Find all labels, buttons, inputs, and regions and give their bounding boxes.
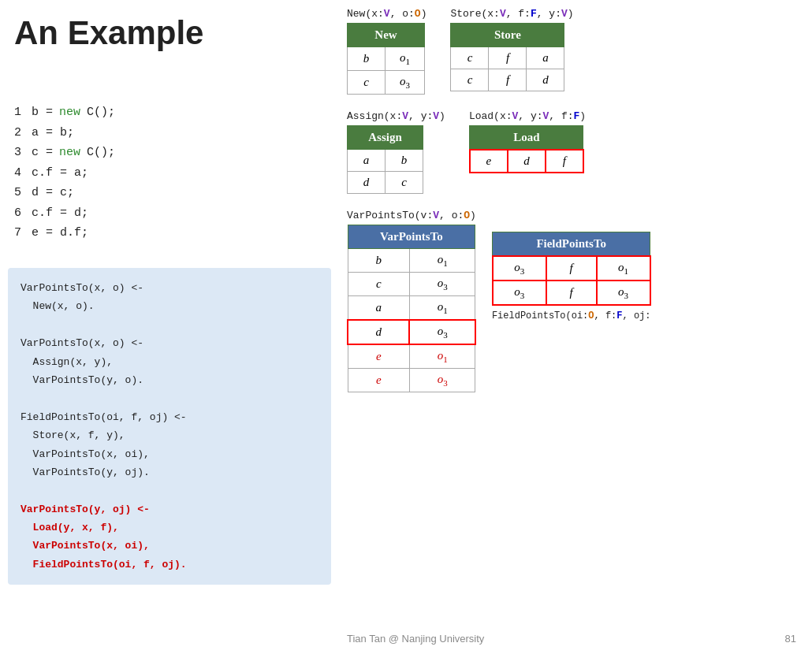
table-row: c o3 bbox=[348, 71, 425, 95]
load-table-header: Load bbox=[470, 126, 583, 150]
assign-row1-col1: a bbox=[348, 150, 386, 172]
table-row-highlighted: o3 f o3 bbox=[493, 281, 650, 305]
table-row: b o1 bbox=[348, 47, 425, 71]
store-row2-col3: d bbox=[527, 69, 564, 91]
vp-row4-col2: o3 bbox=[409, 320, 475, 344]
load-row1-col3: f bbox=[546, 150, 583, 173]
assign-table-caption: Assign(x:V, y:V) bbox=[347, 110, 445, 122]
assign-table-wrapper: Assign(x:V, y:V) Assign a b d c bbox=[347, 110, 445, 194]
assign-row2-col2: c bbox=[386, 172, 423, 194]
vp-row2-col2: o3 bbox=[409, 273, 475, 296]
new-table: New b o1 c o3 bbox=[347, 23, 425, 95]
table-row: a o1 bbox=[348, 296, 475, 321]
store-row1-col1: c bbox=[451, 47, 489, 69]
load-row1-col1: e bbox=[470, 150, 508, 173]
assign-table: Assign a b d c bbox=[347, 125, 423, 194]
fp-row2-col1: o3 bbox=[493, 281, 546, 305]
new-table-caption: New(x:V, o:O) bbox=[347, 8, 426, 20]
load-table-caption: Load(x:V, y:V, f:F) bbox=[469, 110, 586, 122]
vp-row1-col1: b bbox=[348, 249, 409, 273]
new-row2-col1: c bbox=[348, 71, 386, 95]
table-row: c o3 bbox=[348, 273, 475, 296]
table-row-highlighted: e d f bbox=[470, 150, 583, 173]
table-row: c f d bbox=[451, 69, 564, 91]
vp-row6-col2: o3 bbox=[409, 369, 475, 392]
code-block: 1b = new C(); 2a = b; 3c = new C(); 4c.f… bbox=[14, 102, 322, 243]
new-table-wrapper: New(x:V, o:O) New b o1 c o3 bbox=[347, 8, 426, 95]
vp-row2-col1: c bbox=[348, 273, 409, 296]
varpoints-section: VarPointsTo(v:V, o:O) VarPointsTo b o1 c… bbox=[347, 210, 476, 392]
load-table: Load e d f bbox=[469, 125, 584, 173]
new-row2-col2: o3 bbox=[386, 71, 425, 95]
vp-row1-col2: o1 bbox=[409, 249, 475, 273]
table-row-red: e o3 bbox=[348, 369, 475, 392]
footer: Tian Tan @ Nanjing University 81 bbox=[347, 633, 796, 645]
new-row1-col1: b bbox=[348, 47, 386, 71]
store-row1-col3: a bbox=[527, 47, 564, 69]
table-row-highlighted: o3 f o1 bbox=[493, 256, 650, 281]
store-table: Store c f a c f d bbox=[450, 23, 564, 91]
store-table-wrapper: Store(x:V, f:F, y:V) Store c f a c f d bbox=[450, 8, 573, 95]
footer-credit: Tian Tan @ Nanjing University bbox=[347, 633, 484, 645]
assign-table-header: Assign bbox=[348, 126, 423, 150]
load-row1-col2: d bbox=[508, 150, 546, 173]
varpoints-table-caption: VarPointsTo(v:V, o:O) bbox=[347, 210, 476, 221]
table-row-highlighted: d o3 bbox=[348, 320, 475, 344]
fp-row1-col2: f bbox=[546, 256, 597, 281]
table-row-red: e o1 bbox=[348, 344, 475, 369]
store-table-header: Store bbox=[451, 24, 564, 47]
fieldpoints-section: FieldPointsTo o3 f o1 o3 f o3 Field bbox=[492, 210, 651, 392]
fp-row2-col3: o3 bbox=[597, 281, 650, 305]
vp-row5-col2: o1 bbox=[409, 344, 475, 369]
vp-row4-col1: d bbox=[348, 320, 409, 344]
footer-page: 81 bbox=[785, 633, 796, 645]
new-table-header: New bbox=[348, 24, 425, 47]
fp-row2-col2: f bbox=[546, 281, 597, 305]
vp-row3-col1: a bbox=[348, 296, 409, 321]
store-row2-col2: f bbox=[489, 69, 527, 91]
fp-row1-col3: o1 bbox=[597, 256, 650, 281]
vp-row6-col1: e bbox=[348, 369, 409, 392]
new-row1-col2: o1 bbox=[386, 47, 425, 71]
assign-row1-col2: b bbox=[386, 150, 423, 172]
table-row: b o1 bbox=[348, 249, 475, 273]
store-table-caption: Store(x:V, f:F, y:V) bbox=[450, 8, 573, 20]
table-row: a b bbox=[348, 150, 423, 172]
fieldpoints-below-caption: FieldPointsTo(oi:O, f:F, oj: bbox=[492, 310, 651, 321]
store-row2-col1: c bbox=[451, 69, 489, 91]
vp-row5-col1: e bbox=[348, 344, 409, 369]
varpoints-table-header: VarPointsTo bbox=[348, 225, 475, 249]
table-row: c f a bbox=[451, 47, 564, 69]
tables-area: New(x:V, o:O) New b o1 c o3 bbox=[347, 8, 812, 400]
fieldpoints-table-header: FieldPointsTo bbox=[493, 232, 650, 257]
table-row: d c bbox=[348, 172, 423, 194]
varpoints-table: VarPointsTo b o1 c o3 a o1 bbox=[347, 225, 476, 392]
page-title: An Example bbox=[14, 14, 203, 52]
vp-row3-col2: o1 bbox=[409, 296, 475, 321]
assign-row2-col1: d bbox=[348, 172, 386, 194]
fieldpoints-table: FieldPointsTo o3 f o1 o3 f o3 bbox=[492, 232, 651, 306]
store-row1-col2: f bbox=[489, 47, 527, 69]
rules-block: VarPointsTo(x, o) <- New(x, o). VarPoint… bbox=[8, 268, 331, 585]
load-table-wrapper: Load(x:V, y:V, f:F) Load e d f bbox=[469, 110, 586, 194]
fp-row1-col1: o3 bbox=[493, 256, 546, 281]
